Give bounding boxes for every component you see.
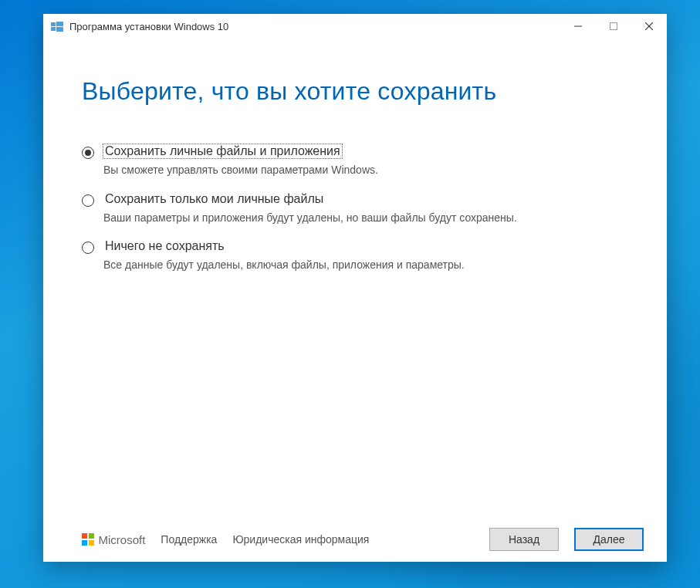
- svg-rect-3: [56, 27, 63, 32]
- svg-rect-1: [56, 22, 63, 26]
- support-link[interactable]: Поддержка: [161, 533, 217, 546]
- titlebar[interactable]: Программа установки Windows 10: [43, 14, 667, 39]
- app-icon: [51, 20, 63, 32]
- options-group: Сохранить личные файлы и приложения Вы с…: [82, 144, 628, 273]
- minimize-button[interactable]: [560, 14, 596, 39]
- footer: Microsoft Поддержка Юридическая информац…: [43, 517, 667, 562]
- radio-icon[interactable]: [82, 147, 94, 159]
- option-keep-files-only[interactable]: Сохранить только мои личные файлы Ваши п…: [82, 192, 628, 226]
- brand-label: Microsoft: [99, 533, 146, 546]
- legal-link[interactable]: Юридическая информация: [232, 533, 369, 546]
- setup-window: Программа установки Windows 10 Выберите,…: [43, 14, 667, 562]
- page-heading: Выберите, что вы хотите сохранить: [82, 77, 628, 106]
- window-controls: [560, 14, 667, 39]
- maximize-button[interactable]: [596, 14, 631, 39]
- window-title: Программа установки Windows 10: [69, 21, 560, 32]
- microsoft-logo-icon: [82, 533, 94, 546]
- option-keep-nothing[interactable]: Ничего не сохранять Все данные будут уда…: [82, 239, 628, 273]
- option-keep-files-apps[interactable]: Сохранить личные файлы и приложения Вы с…: [82, 144, 628, 178]
- option-text: Сохранить только мои личные файлы Ваши п…: [103, 192, 628, 226]
- option-label: Ничего не сохранять: [103, 239, 226, 253]
- svg-rect-5: [610, 23, 617, 30]
- option-text: Сохранить личные файлы и приложения Вы с…: [103, 144, 628, 178]
- close-button[interactable]: [631, 14, 667, 39]
- content-area: Выберите, что вы хотите сохранить Сохран…: [43, 39, 667, 517]
- radio-icon[interactable]: [82, 194, 94, 207]
- svg-rect-2: [51, 27, 56, 31]
- option-label: Сохранить только мои личные файлы: [103, 192, 325, 206]
- back-button[interactable]: Назад: [489, 528, 559, 551]
- microsoft-logo: Microsoft: [82, 533, 145, 546]
- next-button[interactable]: Далее: [574, 528, 644, 551]
- radio-icon[interactable]: [82, 242, 94, 254]
- option-label: Сохранить личные файлы и приложения: [103, 144, 342, 158]
- option-text: Ничего не сохранять Все данные будут уда…: [103, 239, 628, 273]
- option-description: Вы сможете управлять своими параметрами …: [103, 163, 628, 178]
- option-description: Ваши параметры и приложения будут удален…: [103, 211, 628, 226]
- option-description: Все данные будут удалены, включая файлы,…: [103, 258, 628, 273]
- svg-rect-0: [51, 22, 56, 26]
